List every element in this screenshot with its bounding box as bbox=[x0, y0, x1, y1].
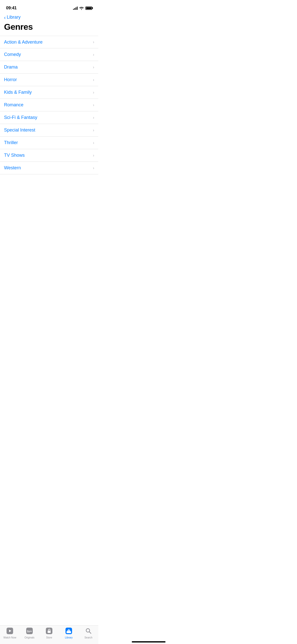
chevron-right-icon: › bbox=[93, 103, 94, 107]
chevron-right-icon: › bbox=[93, 153, 94, 158]
genre-label-sci-fi-fantasy: Sci-Fi & Fantasy bbox=[4, 115, 37, 120]
genre-label-romance: Romance bbox=[4, 102, 23, 108]
chevron-right-icon: › bbox=[93, 65, 94, 70]
chevron-right-icon: › bbox=[93, 40, 94, 44]
chevron-right-icon: › bbox=[93, 166, 94, 170]
genre-label-tv-shows: TV Shows bbox=[4, 153, 25, 158]
status-icons bbox=[73, 7, 92, 10]
genre-label-horror: Horror bbox=[4, 77, 17, 82]
chevron-right-icon: › bbox=[93, 52, 94, 57]
back-chevron-icon: ‹ bbox=[4, 15, 6, 20]
genre-item-romance[interactable]: Romance› bbox=[0, 99, 98, 111]
signal-icon bbox=[73, 7, 78, 10]
status-time: 09:41 bbox=[6, 6, 17, 11]
genre-label-western: Western bbox=[4, 165, 21, 171]
genre-item-special-interest[interactable]: Special Interest› bbox=[0, 124, 98, 137]
status-bar: 09:41 bbox=[0, 0, 98, 13]
back-label: Library bbox=[7, 15, 21, 20]
genre-item-thriller[interactable]: Thriller› bbox=[0, 137, 98, 149]
chevron-right-icon: › bbox=[93, 115, 94, 120]
genre-label-action-adventure: Action & Adventure bbox=[4, 40, 43, 45]
genre-item-tv-shows[interactable]: TV Shows› bbox=[0, 149, 98, 162]
genre-item-drama[interactable]: Drama› bbox=[0, 61, 98, 74]
genre-label-kids-family: Kids & Family bbox=[4, 90, 32, 95]
genre-label-thriller: Thriller bbox=[4, 140, 18, 145]
chevron-right-icon: › bbox=[93, 78, 94, 82]
battery-icon bbox=[85, 7, 92, 10]
genre-item-horror[interactable]: Horror› bbox=[0, 74, 98, 86]
wifi-icon bbox=[79, 7, 84, 10]
chevron-right-icon: › bbox=[93, 128, 94, 133]
back-button[interactable]: ‹ Library bbox=[0, 13, 98, 21]
genre-item-kids-family[interactable]: Kids & Family› bbox=[0, 86, 98, 99]
page-title: Genres bbox=[0, 21, 98, 36]
genre-item-western[interactable]: Western› bbox=[0, 162, 98, 174]
genre-label-comedy: Comedy bbox=[4, 52, 21, 57]
genre-label-drama: Drama bbox=[4, 65, 18, 70]
genre-item-comedy[interactable]: Comedy› bbox=[0, 48, 98, 61]
chevron-right-icon: › bbox=[93, 141, 94, 145]
genre-list: Action & Adventure›Comedy›Drama›Horror›K… bbox=[0, 36, 98, 174]
genre-label-special-interest: Special Interest bbox=[4, 127, 35, 133]
genre-item-action-adventure[interactable]: Action & Adventure› bbox=[0, 36, 98, 48]
genre-item-sci-fi-fantasy[interactable]: Sci-Fi & Fantasy› bbox=[0, 111, 98, 124]
chevron-right-icon: › bbox=[93, 90, 94, 95]
